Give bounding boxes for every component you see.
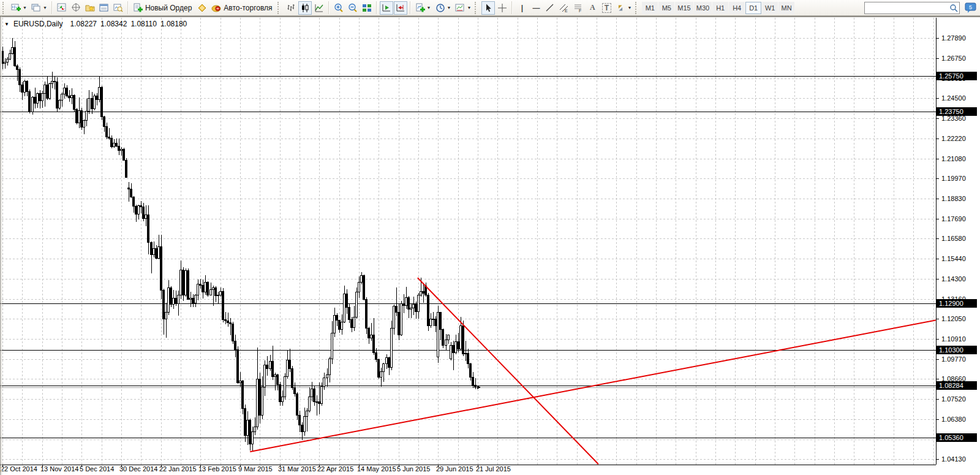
svg-text:1.24500: 1.24500 bbox=[941, 94, 966, 102]
timeframe-d1-button[interactable]: D1 bbox=[745, 2, 761, 14]
text-label-tool-button[interactable]: T bbox=[600, 1, 613, 15]
svg-text:1.12900: 1.12900 bbox=[939, 300, 963, 307]
search-box[interactable] bbox=[864, 2, 960, 14]
timeframe-h1-button[interactable]: H1 bbox=[712, 2, 728, 14]
toolbar-grip[interactable] bbox=[2, 2, 6, 14]
svg-text:1.27890: 1.27890 bbox=[941, 34, 966, 42]
svg-text:1.05360: 1.05360 bbox=[939, 434, 963, 441]
svg-text:1.17690: 1.17690 bbox=[941, 215, 966, 222]
chart-symbol-period: EURUSD,Daily bbox=[13, 20, 63, 28]
cursor-icon bbox=[483, 3, 493, 13]
svg-text:31 Mar 2015: 31 Mar 2015 bbox=[278, 465, 316, 473]
terminal-button[interactable] bbox=[97, 1, 111, 15]
toolbar-separator bbox=[51, 1, 53, 14]
new-order-button[interactable]: Новый Ордер bbox=[131, 1, 195, 15]
arrows-tool-button[interactable]: ▼ bbox=[614, 1, 633, 15]
toolbar-separator bbox=[127, 1, 129, 14]
tile-windows-icon bbox=[362, 3, 372, 13]
new-order-label: Новый Ордер bbox=[144, 4, 193, 12]
cursor-tool-button[interactable] bbox=[481, 1, 495, 15]
svg-text:22 Apr 2015: 22 Apr 2015 bbox=[317, 465, 353, 473]
periods-caret-icon: ▼ bbox=[447, 6, 451, 10]
chart-profiles-button[interactable]: ▼ bbox=[29, 1, 49, 15]
market-watch-button[interactable] bbox=[55, 1, 69, 15]
periods-button[interactable]: ▼ bbox=[434, 1, 453, 15]
timeframe-mn-button[interactable]: MN bbox=[778, 2, 794, 14]
line-chart-type-button[interactable] bbox=[312, 1, 326, 15]
svg-text:1.07520: 1.07520 bbox=[941, 395, 966, 403]
auto-scroll-button[interactable] bbox=[380, 1, 393, 15]
timeframe-m15-button[interactable]: M15 bbox=[675, 2, 693, 14]
toolbar-grip[interactable] bbox=[277, 2, 281, 14]
svg-text:14 May 2015: 14 May 2015 bbox=[357, 465, 396, 473]
text-label-icon: T bbox=[602, 3, 611, 13]
strategy-tester-button[interactable] bbox=[111, 1, 125, 15]
vertical-line-icon: | bbox=[521, 4, 523, 12]
crosshair-tool-button[interactable] bbox=[496, 1, 509, 15]
timeframe-m30-button[interactable]: M30 bbox=[694, 2, 712, 14]
crosshair-icon bbox=[497, 3, 507, 13]
vertical-line-tool-button[interactable]: | bbox=[515, 1, 529, 15]
navigator-button[interactable] bbox=[83, 1, 97, 15]
price-chart[interactable]: 1.278901.267501.256101.245001.233601.222… bbox=[0, 17, 980, 475]
trendline-tool-button[interactable] bbox=[543, 1, 557, 15]
metaeditor-button[interactable] bbox=[195, 1, 209, 15]
toolbar: ▼ ▼ Новый Ордер Авто-торговля bbox=[0, 0, 980, 16]
zoom-in-icon bbox=[334, 3, 344, 13]
arrows-icon bbox=[616, 3, 625, 13]
zoom-out-button[interactable] bbox=[346, 1, 360, 15]
timeframe-m1-button[interactable]: M1 bbox=[642, 2, 658, 14]
notifications-button[interactable]: 5 bbox=[963, 1, 979, 15]
chart-profiles-caret-icon: ▼ bbox=[43, 6, 47, 10]
search-input[interactable] bbox=[866, 3, 944, 13]
data-window-button[interactable] bbox=[69, 1, 83, 15]
svg-text:22 Oct 2014: 22 Oct 2014 bbox=[1, 465, 37, 473]
timeframe-w1-button[interactable]: W1 bbox=[762, 2, 778, 14]
svg-text:1.04130: 1.04130 bbox=[941, 455, 966, 463]
candlestick-type-button[interactable] bbox=[298, 1, 312, 15]
terminal-icon bbox=[99, 3, 109, 13]
svg-text:1.10910: 1.10910 bbox=[941, 335, 966, 343]
toolbar-grip[interactable] bbox=[475, 2, 478, 14]
price-axis: 1.278901.267501.256101.245001.233601.222… bbox=[936, 17, 980, 475]
indicators-button[interactable]: ▼ bbox=[413, 1, 433, 15]
candlestick-type-icon bbox=[300, 3, 310, 13]
chart-title-bar: ▼ EURUSD,Daily 1.08227 1.08342 1.08110 1… bbox=[4, 20, 190, 28]
svg-text:1.19970: 1.19970 bbox=[941, 175, 966, 182]
zoom-in-button[interactable] bbox=[332, 1, 345, 15]
channel-tool-button[interactable]: E bbox=[557, 1, 571, 15]
timeframe-h4-button[interactable]: H4 bbox=[729, 2, 745, 14]
chart-window: ▼ EURUSD,Daily 1.08227 1.08342 1.08110 1… bbox=[0, 16, 980, 475]
bar-chart-type-button[interactable] bbox=[284, 1, 298, 15]
chart-shift-button[interactable] bbox=[394, 1, 407, 15]
metaeditor-icon bbox=[197, 3, 207, 13]
svg-text:1.21080: 1.21080 bbox=[941, 155, 966, 162]
auto-scroll-icon bbox=[382, 3, 391, 13]
indicators-caret-icon: ▼ bbox=[427, 6, 431, 10]
chart-shift-icon bbox=[396, 3, 405, 13]
svg-text:1.23750: 1.23750 bbox=[939, 108, 963, 115]
market-watch-icon bbox=[57, 3, 67, 13]
svg-text:1.26750: 1.26750 bbox=[941, 55, 966, 62]
svg-text:E: E bbox=[565, 9, 568, 13]
autotrading-button[interactable]: Авто-торговля bbox=[209, 1, 275, 15]
svg-text:1.18830: 1.18830 bbox=[941, 195, 966, 202]
templates-button[interactable]: ▼ bbox=[453, 1, 473, 15]
text-tool-icon: A bbox=[590, 3, 595, 12]
svg-text:1.25750: 1.25750 bbox=[939, 72, 963, 80]
toolbar-grip[interactable] bbox=[635, 2, 639, 14]
quote-close: 1.08180 bbox=[160, 20, 187, 28]
chat-bubble-icon: 5 bbox=[965, 2, 977, 13]
fibonacci-tool-button[interactable]: F bbox=[571, 1, 585, 15]
quote-low: 1.08110 bbox=[130, 20, 157, 28]
text-tool-button[interactable]: A bbox=[586, 1, 599, 15]
new-chart-button[interactable]: ▼ bbox=[9, 1, 29, 15]
search-icon[interactable] bbox=[949, 4, 958, 12]
svg-text:1.15440: 1.15440 bbox=[941, 255, 966, 262]
chart-collapse-icon[interactable]: ▼ bbox=[4, 21, 9, 27]
tile-windows-button[interactable] bbox=[360, 1, 374, 15]
horizontal-line-tool-button[interactable]: — bbox=[529, 1, 543, 15]
timeframe-m5-button[interactable]: M5 bbox=[658, 2, 674, 14]
quote-open: 1.08227 bbox=[70, 20, 97, 28]
templates-icon bbox=[455, 3, 465, 13]
